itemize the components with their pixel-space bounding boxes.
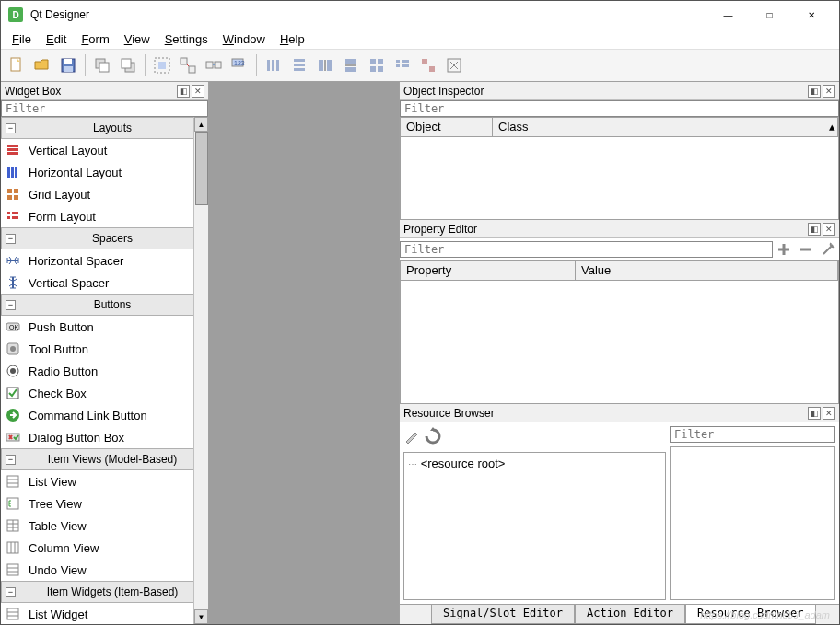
layout-horizontal-button[interactable] xyxy=(262,53,286,77)
collapse-icon[interactable]: − xyxy=(6,300,16,310)
edit-resources-button[interactable] xyxy=(403,428,420,447)
send-to-back-button[interactable] xyxy=(90,53,114,77)
widget-item[interactable]: Table View xyxy=(1,515,208,537)
remove-property-button[interactable] xyxy=(795,239,817,260)
widget-item-label: Column View xyxy=(29,541,99,555)
widget-category[interactable]: −Buttons xyxy=(1,294,208,316)
object-inspector-filter-input[interactable] xyxy=(400,100,839,117)
svg-rect-2 xyxy=(64,59,72,64)
layout-horizontal-splitter-button[interactable] xyxy=(313,53,337,77)
svg-rect-0 xyxy=(11,58,20,71)
widget-item[interactable]: Form Layout xyxy=(1,205,208,227)
open-button[interactable] xyxy=(30,53,54,77)
widget-item[interactable]: Command Link Button xyxy=(1,404,208,426)
menu-help[interactable]: Help xyxy=(273,30,312,48)
menu-settings[interactable]: Settings xyxy=(158,30,216,48)
widget-item[interactable]: List View xyxy=(1,470,208,492)
menu-edit[interactable]: Edit xyxy=(39,30,74,48)
reload-resources-button[interactable] xyxy=(424,427,442,448)
collapse-icon[interactable]: − xyxy=(6,234,16,244)
widget-box-close-button[interactable]: ✕ xyxy=(192,85,204,98)
edit-signals-button[interactable] xyxy=(176,53,200,77)
widget-box-scrollbar[interactable]: ▲ ▼ xyxy=(193,117,208,624)
value-column-header[interactable]: Value xyxy=(576,261,838,280)
widget-list[interactable]: −LayoutsVertical LayoutHorizontal Layout… xyxy=(1,117,208,624)
widget-item[interactable]: Horizontal Layout xyxy=(1,161,208,183)
scroll-up-icon[interactable]: ▴ xyxy=(823,118,838,136)
property-editor-close-button[interactable]: ✕ xyxy=(822,223,835,236)
property-editor-float-button[interactable]: ◧ xyxy=(808,223,821,236)
add-property-button[interactable] xyxy=(773,239,795,260)
layout-vertical-button[interactable] xyxy=(287,53,311,77)
property-editor-body[interactable] xyxy=(400,281,839,404)
adjust-size-button[interactable] xyxy=(442,53,466,77)
object-inspector-close-button[interactable]: ✕ xyxy=(822,85,835,98)
object-inspector-body[interactable] xyxy=(400,137,839,220)
widget-box-float-button[interactable]: ◧ xyxy=(177,85,190,98)
resource-browser-float-button[interactable]: ◧ xyxy=(808,407,821,420)
resource-preview[interactable] xyxy=(670,446,835,600)
resource-filter-input[interactable] xyxy=(670,426,835,443)
edit-buddies-button[interactable] xyxy=(202,53,226,77)
close-button[interactable]: ✕ xyxy=(790,2,832,28)
svg-rect-72 xyxy=(7,542,18,553)
save-button[interactable] xyxy=(56,53,80,77)
widget-item[interactable]: List Widget xyxy=(1,603,208,624)
edit-tab-order-button[interactable]: 123 xyxy=(228,53,251,77)
widget-item[interactable]: Grid Layout xyxy=(1,183,208,205)
scroll-thumb[interactable] xyxy=(195,132,208,205)
widget-item[interactable]: Check Box xyxy=(1,382,208,404)
layout-grid-button[interactable] xyxy=(365,53,389,77)
widget-item[interactable]: OKPush Button xyxy=(1,316,208,338)
resource-tree[interactable]: ⋯ <resource root> xyxy=(403,452,666,600)
menu-file[interactable]: File xyxy=(5,30,39,48)
widget-box-filter-input[interactable] xyxy=(1,100,208,117)
widget-category[interactable]: −Item Widgets (Item-Based) xyxy=(1,581,208,603)
svg-rect-22 xyxy=(294,64,305,66)
widget-item[interactable]: Radio Button xyxy=(1,360,208,382)
widget-item[interactable]: Vertical Layout xyxy=(1,139,208,161)
widget-category[interactable]: −Spacers xyxy=(1,227,208,249)
scroll-up-button[interactable]: ▲ xyxy=(194,117,208,132)
widget-category[interactable]: −Item Views (Model-Based) xyxy=(1,448,208,470)
widget-item[interactable]: Column View xyxy=(1,537,208,559)
property-column-header[interactable]: Property xyxy=(401,261,576,280)
widget-item[interactable]: Undo View xyxy=(1,559,208,581)
main-area: Widget Box ◧ ✕ −LayoutsVertical LayoutHo… xyxy=(1,82,839,624)
svg-rect-25 xyxy=(327,60,332,71)
scroll-down-button[interactable]: ▼ xyxy=(194,609,208,624)
svg-rect-48 xyxy=(14,189,18,193)
app-icon: D xyxy=(8,7,23,22)
resource-root-label: <resource root> xyxy=(421,457,506,470)
mdi-area[interactable] xyxy=(209,82,399,624)
configure-button[interactable] xyxy=(817,239,839,260)
property-editor-filter-input[interactable] xyxy=(400,241,773,258)
collapse-icon[interactable]: − xyxy=(6,123,16,133)
layout-form-button[interactable] xyxy=(391,53,414,77)
tab-action-editor[interactable]: Action Editor xyxy=(575,605,685,624)
new-form-button[interactable] xyxy=(5,53,29,77)
class-column-header[interactable]: Class xyxy=(493,118,823,136)
break-layout-button[interactable] xyxy=(416,53,440,77)
widget-item[interactable]: Tree View xyxy=(1,492,208,515)
collapse-icon[interactable]: − xyxy=(6,455,16,465)
object-inspector-float-button[interactable]: ◧ xyxy=(808,85,821,98)
widget-item-label: Horizontal Spacer xyxy=(29,254,123,268)
menu-view[interactable]: View xyxy=(117,30,158,48)
widget-item[interactable]: Vertical Spacer xyxy=(1,272,208,294)
widget-item[interactable]: Dialog Button Box xyxy=(1,426,208,448)
maximize-button[interactable]: □ xyxy=(749,2,790,28)
widget-item[interactable]: Tool Button xyxy=(1,338,208,360)
collapse-icon[interactable]: − xyxy=(6,587,16,597)
menu-window[interactable]: Window xyxy=(216,30,273,48)
menu-form[interactable]: Form xyxy=(74,30,116,48)
object-column-header[interactable]: Object xyxy=(401,118,493,136)
tab-signal-slot-editor[interactable]: Signal/Slot Editor xyxy=(431,605,575,624)
widget-item[interactable]: Horizontal Spacer xyxy=(1,249,208,272)
resource-browser-close-button[interactable]: ✕ xyxy=(822,407,835,420)
minimize-button[interactable]: — xyxy=(707,2,749,28)
widget-category[interactable]: −Layouts xyxy=(1,117,208,139)
bring-to-front-button[interactable] xyxy=(116,53,140,77)
layout-vertical-splitter-button[interactable] xyxy=(339,53,363,77)
edit-widgets-button[interactable] xyxy=(150,53,174,77)
